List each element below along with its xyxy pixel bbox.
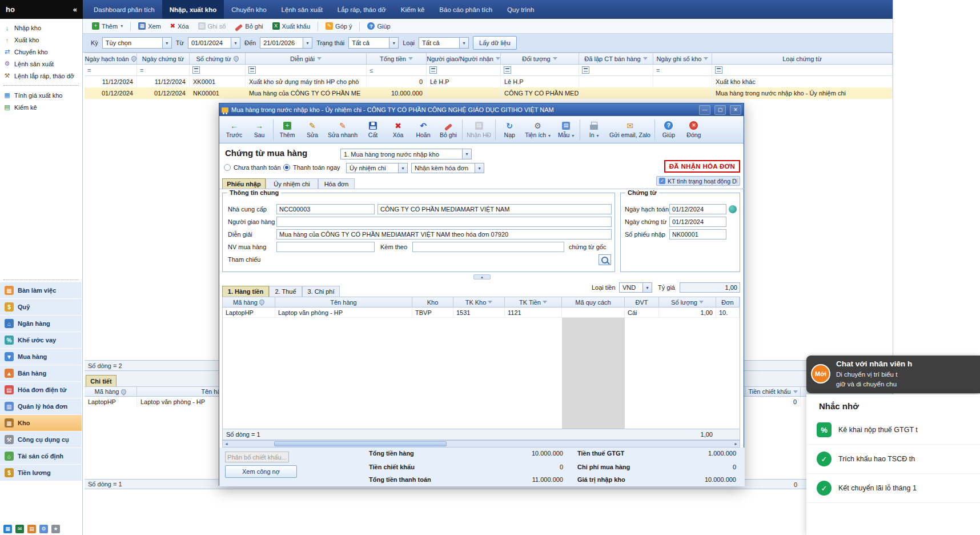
sidebar-item-kiem-ke[interactable]: ▤Kiểm kê xyxy=(0,101,82,113)
filter-icon[interactable] xyxy=(543,301,547,304)
col-header-ngay-hach-toan[interactable]: Ngày hạch toán xyxy=(85,53,137,65)
nav-khe-uoc-vay[interactable]: %Khế ước vay xyxy=(0,332,82,348)
col-tk-tien[interactable]: TK Tiền xyxy=(505,297,562,308)
nav-ban-lam-viec[interactable]: ▦Bàn làm việc xyxy=(0,282,82,298)
sidebar-item-chuyen-kho[interactable]: ⇄Chuyển kho xyxy=(0,46,82,58)
status-select[interactable]: Tất cả ▾ xyxy=(348,37,399,49)
reminder-item-depreciation[interactable]: ✓ Trích khấu hao TSCĐ th xyxy=(806,445,980,474)
posting-date-field[interactable]: 01/12/2024 xyxy=(669,204,726,214)
col-header-ngay-chung-tu[interactable]: Ngày chứng từ xyxy=(137,53,190,65)
maximize-button[interactable]: ▢ xyxy=(714,105,726,115)
xuat-khau-button[interactable]: X Xuất khẩu xyxy=(269,21,314,31)
sidebar-collapse-icon[interactable]: « xyxy=(73,5,77,14)
doc-date-field[interactable]: 01/12/2024 xyxy=(669,217,726,227)
filter-cell[interactable] xyxy=(190,65,246,76)
nav-quy[interactable]: $Quỹ xyxy=(0,299,82,315)
nav-tien-luong[interactable]: $Tiền lương xyxy=(0,465,82,481)
ky-select[interactable]: Tùy chọn ▾ xyxy=(102,37,172,49)
kt-status-check-button[interactable]: ✓ KT tình trạng hoạt động DN xyxy=(656,176,740,186)
nhan-hd-button[interactable]: ▤Nhận HĐ xyxy=(464,117,494,142)
tab-kiem-ke[interactable]: Kiểm kê xyxy=(393,0,432,19)
filter-icon[interactable] xyxy=(496,57,500,60)
hoan-button[interactable]: ↶Hoãn xyxy=(411,117,436,142)
col-header-so-chung-tu[interactable]: Số chứng từ xyxy=(190,53,246,65)
dong-button[interactable]: ✕Đóng xyxy=(681,117,706,142)
tab-uy-nhiem-chi[interactable]: Ủy nhiệm chi xyxy=(266,178,318,189)
close-button[interactable]: ✕ xyxy=(730,105,741,115)
tab-bao-cao-phan-tich[interactable]: Báo cáo phân tích xyxy=(432,0,500,19)
xem-button[interactable]: ▦ Xem xyxy=(135,21,164,31)
load-data-button[interactable]: Lấy dữ liệu xyxy=(473,36,516,50)
sidebar-item-xuat-kho[interactable]: ↑Xuất kho xyxy=(0,34,82,46)
nav-ngan-hang[interactable]: ⌂Ngân hàng xyxy=(0,316,82,332)
col-header-ngay-ghi-so-kho[interactable]: Ngày ghi sổ kho xyxy=(653,53,712,65)
match-type-icon[interactable] xyxy=(715,66,722,74)
match-type-icon[interactable] xyxy=(248,66,256,74)
currency-select[interactable]: VND ▾ xyxy=(619,282,652,293)
nav-ban-hang[interactable]: ▲Bán hàng xyxy=(0,365,82,381)
col-header-da-lap-ct-ban-hang[interactable]: Đã lập CT bán hàng xyxy=(579,53,653,65)
reminder-item-tax[interactable]: % Kê khai nộp thuế GTGT t xyxy=(806,416,980,445)
match-type-icon[interactable] xyxy=(429,66,437,74)
footer-grid-icon[interactable]: ▦ xyxy=(3,525,12,533)
footer-gear-icon[interactable]: ⚙ xyxy=(39,525,48,533)
filter-cell[interactable]: = xyxy=(653,65,712,76)
nav-kho[interactable]: ▦Kho xyxy=(0,415,82,431)
footer-page-icon[interactable]: ▤ xyxy=(27,525,36,533)
pin-icon[interactable] xyxy=(130,55,137,62)
reminder-item-profit-loss[interactable]: ✓ Kết chuyển lãi lỗ tháng 1 xyxy=(806,474,980,503)
col-ma-quy-cach[interactable]: Mã quy cách xyxy=(562,297,625,308)
match-type-icon[interactable] xyxy=(582,66,589,74)
tab-lap-rap-thao-do[interactable]: Lắp ráp, tháo dỡ xyxy=(330,0,393,19)
to-date-input[interactable]: 21/01/2026 ▾ xyxy=(260,37,312,49)
filter-cell[interactable]: = xyxy=(137,65,190,76)
allocate-discount-button[interactable]: Phân bổ chiết khấu... xyxy=(225,452,289,462)
tab-chuyen-kho[interactable]: Chuyển kho xyxy=(224,0,274,19)
view-debt-button[interactable]: Xem công nợ xyxy=(225,465,297,478)
nav-tai-san-co-dinh[interactable]: ⌂Tài sản cố định xyxy=(0,448,82,464)
mau-button[interactable]: ▤Mẫu ▾ xyxy=(553,117,579,142)
chat-widget[interactable]: Mới Chat với nhân viên h Di chuyển vị tr… xyxy=(806,356,980,393)
nap-button[interactable]: ↻Nạp xyxy=(497,117,522,142)
nav-cong-cu-dung-cu[interactable]: ⚒Công cụ dụng cụ xyxy=(0,432,82,448)
col-kho[interactable]: Kho xyxy=(412,297,453,308)
col-header-tong-tien[interactable]: Tổng tiền xyxy=(367,53,427,65)
filter-icon[interactable] xyxy=(317,57,322,60)
filter-icon[interactable] xyxy=(699,301,704,304)
sidebar-item-nhap-kho[interactable]: ↓Nhập kho xyxy=(0,22,82,34)
sua-nhanh-button[interactable]: ✎Sửa nhanh xyxy=(325,117,360,142)
detail-col-ma-hang[interactable]: Mã hàng xyxy=(85,386,137,397)
filter-icon[interactable] xyxy=(793,390,798,393)
match-type-icon[interactable] xyxy=(504,66,511,74)
gui-email-zalo-button[interactable]: ✉Gửi email, Zalo xyxy=(607,117,653,142)
them-button[interactable]: + Thêm ▾ xyxy=(89,21,126,31)
attach-field[interactable] xyxy=(412,242,564,252)
filter-cell[interactable] xyxy=(246,65,367,76)
filter-cell[interactable] xyxy=(579,65,653,76)
col-dvt[interactable]: ĐVT xyxy=(625,297,659,308)
filter-icon[interactable] xyxy=(408,57,413,60)
filter-cell[interactable] xyxy=(427,65,501,76)
filter-cell[interactable]: = xyxy=(85,65,137,76)
radio-chua-thanh-toan[interactable]: Chưa thanh toán xyxy=(224,164,281,171)
col-header-doi-tuong[interactable]: Đối tượng xyxy=(501,53,579,65)
col-header-dien-giai[interactable]: Diễn giải xyxy=(246,53,367,65)
nav-hoa-don-dien-tu[interactable]: ▤Hóa đơn điện tử xyxy=(0,382,82,398)
col-tk-kho[interactable]: TK Kho xyxy=(453,297,505,308)
truoc-button[interactable]: ←Trước xyxy=(222,117,247,142)
detail-col-tien-chiet-khau[interactable]: Tiền chiết khấu xyxy=(746,386,801,397)
scroll-thumb[interactable] xyxy=(274,441,447,446)
reference-lookup-button[interactable] xyxy=(599,254,611,265)
type-select[interactable]: Tất cả ▾ xyxy=(419,37,469,49)
xoa-button[interactable]: ✖Xóa xyxy=(385,117,411,142)
minimize-button[interactable]: — xyxy=(699,105,710,115)
radio-thanh-toan-ngay[interactable]: Thanh toán ngay xyxy=(283,164,340,171)
tab-phieu-nhap[interactable]: Phiếu nhập xyxy=(222,178,266,189)
invoice-mode-select[interactable]: Nhận kèm hóa đơn ▾ xyxy=(411,163,484,173)
description-field[interactable]: Mua hàng của CÔNG TY CỔ PHẦN MEDIAMART V… xyxy=(276,229,612,239)
rate-field[interactable]: 1,00 xyxy=(680,282,740,293)
filter-icon[interactable] xyxy=(643,57,648,60)
tien-ich-button[interactable]: ⚙Tiện ích ▾ xyxy=(522,117,553,142)
sidebar-item-tinh-gia-xuat-kho[interactable]: ▦Tính giá xuất kho xyxy=(0,89,82,101)
col-header-nguoi-giao-nhan[interactable]: Người giao/Người nhận xyxy=(427,53,501,65)
